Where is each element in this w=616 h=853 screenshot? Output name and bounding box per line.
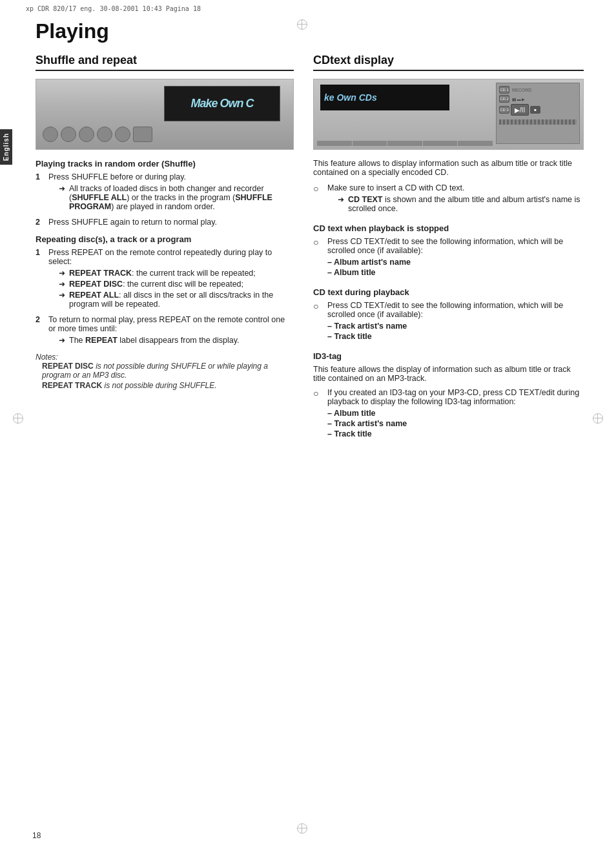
language-tab: English: [0, 129, 12, 165]
arrow-icon-1: ➜: [59, 184, 67, 193]
cd-right-panel: CD 1 RECORD CD 2 ▮▮ ▬ ▶ CD 3 ▶/II ■: [496, 83, 580, 144]
repeat-step-1-content: Press REPEAT on the remote control repea…: [48, 248, 294, 311]
cdtext-bullet-1-arrows: ➜ CD TEXT is shown and the album title a…: [338, 195, 584, 213]
notes-label: Notes:: [36, 353, 58, 362]
repeat-step-2-text: To return to normal play, press REPEAT o…: [48, 315, 285, 333]
cd-device-display: ke Own CDs: [320, 85, 449, 110]
id3-item-1: Album title: [327, 409, 584, 418]
cd-stopped-bullet: ○ Press CD TEXT/edit to see the followin…: [313, 237, 584, 280]
id3-section: ID3-tag This feature allows the display …: [313, 351, 584, 441]
circle-bullet-icon-1: ○: [313, 183, 322, 194]
repeat-track-text: REPEAT TRACK: the current track will be …: [69, 269, 256, 278]
repeat-all-text: REPEAT ALL: all discs in the set or all …: [69, 291, 294, 309]
device-btn-4: [97, 127, 112, 142]
cd-btn-cd3: CD 3: [499, 106, 509, 114]
cdtext-bullet-1-text: Make sure to insert a CD with CD text.: [327, 183, 465, 192]
cd-playback-item-1: Track artist's name: [327, 322, 584, 331]
repeat-step-1-text: Press REPEAT on the remote control repea…: [48, 248, 272, 266]
repeat-steps: 1 Press REPEAT on the remote control rep…: [36, 248, 294, 347]
repeat-arrow-track: ➜ REPEAT TRACK: the current track will b…: [59, 269, 294, 278]
id3-item-3: Track title: [327, 429, 584, 438]
cd-stop-btn: ■: [530, 106, 540, 114]
repeat-subsection: Repeating disc(s), a track or a program …: [36, 234, 294, 347]
crosshair-left-mid: [13, 413, 23, 424]
step-2-text: Press SHUFFLE again to return to normal …: [48, 218, 217, 227]
repeat-step-1: 1 Press REPEAT on the remote control rep…: [36, 248, 294, 311]
id3-bullet-content: If you created an ID3-tag on your MP3-CD…: [327, 388, 584, 441]
cd-btn-row-3: CD 3 ▶/II ■: [499, 104, 577, 116]
note-1-bold: REPEAT DISC: [42, 362, 94, 371]
device-btn-1: [43, 127, 58, 142]
id3-heading: ID3-tag: [313, 351, 584, 361]
device-btn-2: [61, 127, 76, 142]
right-column: CDtext display ke Own CDs CD 1 RECORD CD…: [313, 54, 584, 445]
cd-playback-content: Press CD TEXT/edit to see the following …: [327, 301, 584, 344]
page-number: 18: [32, 831, 41, 840]
cd-playback-bullet: ○ Press CD TEXT/edit to see the followin…: [313, 301, 584, 344]
repeat-disc-text: REPEAT DISC: the current disc will be re…: [69, 280, 243, 289]
note-1: REPEAT DISC is not possible during SHUFF…: [42, 362, 294, 380]
notes-section: Notes: REPEAT DISC is not possible durin…: [36, 353, 294, 390]
cd-strip-2: [353, 141, 387, 146]
id3-intro: This feature allows the display of infor…: [313, 365, 584, 383]
repeat-step-2-content: To return to normal play, press REPEAT o…: [48, 315, 294, 347]
cd-playback-section: CD text during playback ○ Press CD TEXT/…: [313, 287, 584, 344]
cd-playback-text: Press CD TEXT/edit to see the following …: [327, 301, 563, 319]
id3-dash-list: Album title Track artist's name Track ti…: [327, 409, 584, 438]
cd-row2-controls: ▮▮ ▬ ▶: [511, 97, 577, 101]
repeat-step-2-arrows: ➜ The REPEAT label disappears from the d…: [59, 336, 294, 345]
cdtext-arrow-1: ➜ CD TEXT is shown and the album title a…: [338, 195, 584, 213]
arrow-icon-disappear: ➜: [59, 336, 67, 345]
cd-led-strip: [499, 119, 577, 125]
cd-stopped-content: Press CD TEXT/edit to see the following …: [327, 237, 584, 280]
crosshair-top-center: [297, 19, 307, 30]
circle-bullet-icon-3: ○: [313, 301, 322, 312]
page-meta-header: xp CDR 820/17 eng. 30-08-2001 10:43 Pagi…: [26, 5, 201, 12]
repeat-disappear-text: The REPEAT label disappears from the dis…: [69, 336, 240, 345]
shuffle-subsection: Playing tracks in random order (Shuffle)…: [36, 159, 294, 227]
main-content: Playing Shuffle and repeat Make Own C: [36, 19, 584, 445]
arrow-icon-track: ➜: [59, 269, 67, 278]
id3-bullet-list: ○ If you created an ID3-tag on your MP3-…: [313, 388, 584, 441]
cd-device-inner: ke Own CDs CD 1 RECORD CD 2 ▮▮ ▬ ▶ CD 3: [314, 79, 583, 149]
shuffle-step-2: 2 Press SHUFFLE again to return to norma…: [36, 218, 294, 227]
shuffle-heading: Playing tracks in random order (Shuffle): [36, 159, 294, 169]
cd-strip-5: [458, 141, 493, 146]
cd-btn-cd2: CD 2: [499, 95, 509, 103]
cdtext-bullet-1: ○ Make sure to insert a CD with CD text.…: [313, 183, 584, 216]
circle-bullet-icon-4: ○: [313, 388, 322, 399]
repeat-arrow-list: ➜ REPEAT TRACK: the current track will b…: [59, 269, 294, 309]
cdtext-bullet-1-content: Make sure to insert a CD with CD text. ➜…: [327, 183, 584, 216]
repeat-arrow-disappears: ➜ The REPEAT label disappears from the d…: [59, 336, 294, 345]
note-2: REPEAT TRACK is not possible during SHUF…: [42, 381, 294, 390]
cdtext-intro: This feature allows to display informati…: [313, 159, 584, 177]
repeat-arrow-all: ➜ REPEAT ALL: all discs in the set or al…: [59, 291, 294, 309]
device-display: Make Own C: [164, 86, 280, 121]
device-buttons-row: [43, 125, 287, 144]
cd-stopped-item-1: Album artist's name: [327, 258, 584, 267]
cd-playback-list: ○ Press CD TEXT/edit to see the followin…: [313, 301, 584, 344]
note-2-bold: REPEAT TRACK: [42, 381, 102, 390]
id3-item-2: Track artist's name: [327, 419, 584, 428]
left-column: Shuffle and repeat Make Own C: [36, 54, 294, 395]
repeat-heading: Repeating disc(s), a track or a program: [36, 234, 294, 244]
cd-btn-cd1: CD 1: [499, 86, 509, 94]
cd-stopped-dash-list: Album artist's name Album title: [327, 258, 584, 277]
cd-stopped-list: ○ Press CD TEXT/edit to see the followin…: [313, 237, 584, 280]
cd-playback-dash-list: Track artist's name Track title: [327, 322, 584, 341]
step-1-arrow-text: All tracks of loaded discs in both chang…: [69, 184, 294, 211]
cd-strip-4: [423, 141, 458, 146]
repeat-step-num-2: 2: [36, 315, 45, 324]
device-image-inner: Make Own C: [36, 79, 293, 149]
cd-playback-heading: CD text during playback: [313, 287, 584, 297]
note-2-text: is not possible during SHUFFLE.: [104, 381, 216, 390]
cd-bottom-strip: [317, 141, 493, 146]
device-btn-3: [79, 127, 94, 142]
cd-strip-1: [317, 141, 352, 146]
step-1-arrow-1: ➜ All tracks of loaded discs in both cha…: [59, 184, 294, 211]
page-title: Playing: [36, 19, 584, 43]
cd-play-stop-btn: ▶/II: [511, 104, 529, 116]
step-num-1: 1: [36, 172, 45, 181]
shuffle-device-image: Make Own C: [36, 79, 294, 150]
circle-bullet-icon-2: ○: [313, 237, 322, 248]
